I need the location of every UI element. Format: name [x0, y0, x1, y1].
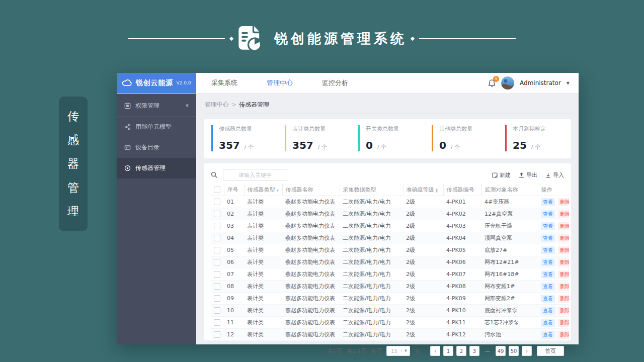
row-checkbox[interactable] [214, 307, 220, 314]
delete-button[interactable]: 删除 [558, 331, 569, 339]
cell-target: 底放27# [481, 244, 538, 256]
delete-button[interactable]: 删除 [558, 270, 569, 279]
chevron-down-icon[interactable]: ▼ [567, 81, 570, 85]
sidebar-item-sensor-management[interactable]: 传感器管理 [117, 158, 196, 178]
row-checkbox[interactable] [214, 283, 220, 290]
report-document-icon [237, 25, 262, 53]
delete-button[interactable]: 删除 [558, 258, 569, 266]
view-button[interactable]: 查看 [541, 234, 555, 242]
cell-target: 网部变频2# [481, 293, 538, 305]
sort-icon[interactable]: ▲▼ [436, 188, 438, 193]
stat-unit: / 个 [451, 143, 460, 151]
select-all-checkbox[interactable] [214, 187, 220, 193]
home-page-button[interactable]: 首页 [537, 346, 564, 356]
view-button[interactable]: 查看 [541, 319, 555, 327]
cell-type: 表计类 [244, 208, 282, 220]
export-button[interactable]: 导出 [519, 171, 537, 179]
delete-button[interactable]: 删除 [558, 295, 569, 303]
delete-button[interactable]: 删除 [558, 246, 569, 254]
import-button[interactable]: 导入 [545, 171, 564, 179]
delete-button[interactable]: 删除 [558, 283, 569, 291]
delete-button[interactable]: 删除 [558, 307, 569, 315]
decor-line-left [128, 38, 225, 39]
notification-bell-icon[interactable]: 5 [488, 79, 496, 87]
row-checkbox[interactable] [214, 295, 220, 302]
page-number-button[interactable]: 50 [509, 346, 519, 356]
view-button[interactable]: 查看 [541, 270, 555, 279]
new-document-icon [492, 172, 498, 178]
column-header-accuracy[interactable]: 准确度等级▲▼ [403, 184, 443, 196]
sidebar-item-label: 权限管理 [135, 102, 159, 110]
view-button[interactable]: 查看 [541, 210, 555, 218]
side-label-char: 感 [67, 132, 79, 148]
delete-button[interactable]: 删除 [558, 210, 569, 218]
row-checkbox[interactable] [214, 235, 220, 241]
cell-target: 顶网真空泵 [481, 232, 538, 244]
cell-accuracy: 2级 [403, 293, 443, 305]
cell-no: 05 [224, 244, 244, 256]
table-row: 01 表计类 燕赵多功能电力仪表 二次能源/电力/电力 2级 4-PK01 4#… [211, 196, 569, 208]
nav-tab-collection[interactable]: 采集系统 [211, 78, 237, 87]
cell-code: 4-PK08 [443, 281, 481, 293]
nav-tab-management[interactable]: 管理中心 [267, 78, 293, 87]
cell-no: 12 [224, 329, 244, 341]
cell-target: 12#真空泵 [481, 208, 538, 220]
cell-data-type: 二次能源/电力/电力 [340, 232, 403, 244]
view-button[interactable]: 查看 [541, 295, 555, 303]
view-button[interactable]: 查看 [541, 307, 555, 315]
side-label-char: 器 [67, 156, 79, 171]
avatar[interactable] [501, 76, 514, 89]
view-button[interactable]: 查看 [541, 198, 555, 206]
row-checkbox[interactable] [214, 271, 220, 278]
sidebar-item-device-catalog[interactable]: 设备目录 [117, 137, 196, 158]
row-checkbox[interactable] [214, 259, 220, 265]
cell-no: 06 [224, 256, 244, 268]
cell-no: 09 [224, 293, 244, 305]
breadcrumb-parent[interactable]: 管理中心 [205, 101, 229, 108]
nav-tab-monitoring[interactable]: 监控分析 [322, 78, 348, 87]
view-button[interactable]: 查看 [541, 283, 555, 291]
stat-value: 0 [366, 139, 373, 151]
sidebar-item-energy-unit-model[interactable]: 用能单元模型 [117, 117, 196, 137]
view-button[interactable]: 查看 [541, 331, 555, 339]
create-button[interactable]: 新建 [492, 171, 511, 179]
delete-button[interactable]: 删除 [558, 319, 569, 327]
next-page-button[interactable]: › [522, 346, 532, 356]
cell-name: 燕赵多功能电力仪表 [282, 268, 340, 281]
row-checkbox[interactable] [214, 211, 220, 217]
navbar-right: 5 Administrator ▼ [488, 73, 579, 93]
row-checkbox[interactable] [214, 199, 220, 205]
total-pages: 共1页 [328, 347, 342, 355]
vertical-page-label: 传 感 器 管 理 [59, 97, 88, 231]
prev-page-button[interactable]: ‹ [430, 346, 440, 356]
column-header-type[interactable]: 传感器类型▼ [244, 184, 282, 196]
stat-meter-total: 表计类总数量 357/ 个 [285, 125, 351, 151]
row-checkbox[interactable] [214, 331, 220, 338]
user-name[interactable]: Administrator [520, 79, 561, 86]
view-button[interactable]: 查看 [541, 246, 555, 254]
row-checkbox[interactable] [214, 319, 220, 326]
sensor-icon [124, 165, 131, 171]
page-number-button[interactable]: 49 [496, 346, 506, 356]
delete-button[interactable]: 删除 [558, 222, 569, 230]
filter-icon[interactable]: ▼ [277, 189, 279, 192]
cell-code: 4-PK09 [443, 293, 481, 305]
search-input[interactable] [223, 169, 287, 181]
table-row: 05 表计类 燕赵多功能电力仪表 二次能源/电力/电力 2级 4-PK05 底放… [211, 244, 569, 256]
delete-button[interactable]: 删除 [558, 234, 569, 242]
delete-button[interactable]: 删除 [558, 198, 569, 206]
view-button[interactable]: 查看 [541, 222, 555, 230]
sidebar-item-permissions[interactable]: 权限管理 ▼ [117, 96, 196, 117]
cell-name: 燕赵多功能电力仪表 [282, 329, 340, 341]
row-checkbox[interactable] [214, 223, 220, 229]
cell-code: 4-PK07 [443, 268, 481, 281]
page-number-button[interactable]: 3 [469, 346, 479, 356]
export-button-label: 导出 [526, 171, 537, 179]
view-button[interactable]: 查看 [541, 258, 555, 266]
page-number-button[interactable]: 1 [443, 346, 453, 356]
row-checkbox[interactable] [214, 247, 220, 253]
cell-accuracy: 2级 [403, 305, 443, 317]
per-page-select[interactable]: 15 ▼ [386, 346, 410, 356]
per-page-value: 15 [387, 348, 401, 354]
page-number-button[interactable]: 2 [456, 346, 466, 356]
